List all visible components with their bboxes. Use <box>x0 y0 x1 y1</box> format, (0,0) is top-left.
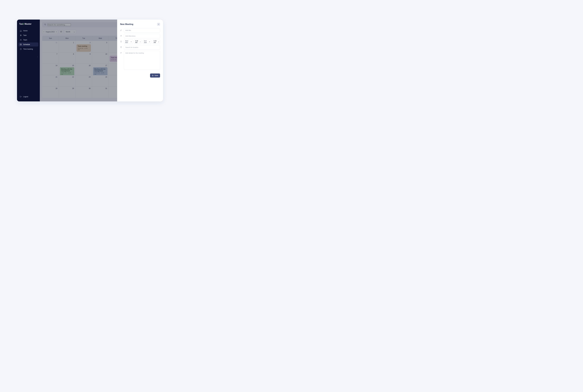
attendees-icon <box>120 35 122 37</box>
nav-label: Schedule <box>23 44 30 46</box>
start-time-value: 9.00 AM <box>135 40 139 43</box>
nav-label: Task <box>23 34 27 36</box>
nav-team[interactable]: Team <box>19 38 38 42</box>
title-field[interactable] <box>124 28 160 32</box>
edit-icon <box>120 29 122 32</box>
svg-point-7 <box>21 40 21 40</box>
logout-button[interactable]: Logout <box>19 95 38 99</box>
svg-point-23 <box>121 35 121 36</box>
new-meeting-panel: New Meeting Start date 9.00 AM <box>117 20 163 102</box>
save-label: Save <box>155 74 158 76</box>
close-icon <box>158 24 159 25</box>
nav-home[interactable]: Home <box>19 29 38 33</box>
nav-label: Team <box>23 39 27 41</box>
start-time-picker[interactable]: 9.00 AM <box>134 40 142 44</box>
panel-header: New Meeting <box>120 23 160 26</box>
nav-label: Time tracking <box>23 48 33 50</box>
end-date-picker[interactable]: End date <box>143 40 151 44</box>
title-input[interactable] <box>125 30 159 31</box>
home-icon <box>20 30 22 32</box>
location-input[interactable] <box>125 46 159 48</box>
attendees-field[interactable] <box>124 34 160 38</box>
notes-icon <box>120 52 122 54</box>
calendar-icon <box>149 41 150 42</box>
calendar-icon <box>131 41 132 42</box>
users-icon <box>20 39 22 41</box>
sliders-icon <box>20 34 22 36</box>
calendar-check-icon <box>20 44 22 46</box>
clock-icon <box>20 48 22 50</box>
svg-rect-28 <box>131 42 132 42</box>
svg-point-32 <box>121 47 121 47</box>
sidebar: Task Master Home Task Team Schedule Time… <box>17 20 40 102</box>
save-icon <box>152 75 154 76</box>
chevron-down-icon <box>140 41 140 42</box>
start-date-picker[interactable]: Start date <box>124 40 133 44</box>
nav-time-tracking[interactable]: Time tracking <box>19 47 38 51</box>
chevron-down-icon <box>158 41 159 42</box>
end-time-picker[interactable]: 9.00 AM <box>152 40 160 44</box>
logout-label: Logout <box>23 96 28 98</box>
location-icon <box>120 46 122 49</box>
clock-icon <box>120 40 122 43</box>
svg-rect-30 <box>149 42 150 42</box>
location-field[interactable] <box>124 45 160 50</box>
close-button[interactable] <box>157 23 160 26</box>
nav-schedule[interactable]: Schedule <box>19 42 38 46</box>
nav-task[interactable]: Task <box>19 33 38 37</box>
save-button[interactable]: Save <box>150 74 160 78</box>
mini-calendar-dim: 7 <box>19 56 38 58</box>
svg-point-24 <box>121 35 122 36</box>
attendees-input[interactable] <box>125 35 159 37</box>
app-window: Task Master Home Task Team Schedule Time… <box>17 20 163 102</box>
start-date-label: Start date <box>125 40 130 43</box>
end-time-value: 9.00 AM <box>154 40 157 43</box>
details-input[interactable] <box>125 52 159 70</box>
svg-point-6 <box>20 40 21 40</box>
end-date-label: End date <box>144 40 148 43</box>
panel-title: New Meeting <box>120 23 133 26</box>
nav-label: Home <box>23 30 28 32</box>
svg-rect-8 <box>20 44 22 45</box>
app-logo: Task Master <box>19 23 38 25</box>
nav-list: Home Task Team Schedule Time tracking <box>19 29 38 51</box>
details-field[interactable] <box>124 51 160 70</box>
logout-icon <box>20 96 22 98</box>
